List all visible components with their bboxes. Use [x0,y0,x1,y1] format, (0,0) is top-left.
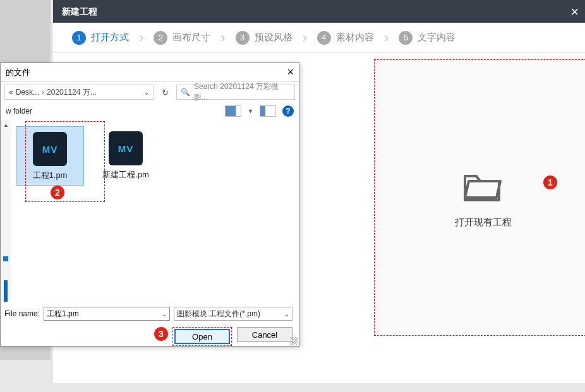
file-list[interactable]: MV 工程1.pm MV 新建工程.pm [11,120,299,302]
file-item-selected[interactable]: MV 工程1.pm [16,126,84,186]
annotation-callout-1: 1 [543,175,557,189]
wizard-title: 新建工程 [62,6,97,18]
file-name-label: 工程1.pm [33,170,68,181]
search-placeholder: Search 20201124 万彩微影... [194,81,291,103]
step-label: 打开方式 [91,32,129,44]
crumb-part: Desk... [16,88,39,97]
chevron-right-icon: › [42,88,44,97]
file-name-label: 新建工程.pm [102,169,149,181]
step-material[interactable]: 4 素材内容 [317,31,374,45]
step-label: 画布尺寸 [172,32,210,44]
filename-label: File name: [4,309,40,318]
preview-pane-button[interactable] [260,105,276,117]
chevron-right-icon: › [303,30,307,46]
resize-grip[interactable] [290,337,298,345]
help-icon[interactable]: ? [282,105,294,117]
open-existing-project-zone[interactable]: 打开现有工程 [374,59,585,336]
chevron-up-icon[interactable]: ▴ [4,121,8,128]
dialog-footer: File name: 工程1.pm ⌄ 图影模块 工程文件(*.pm) ⌄ Op… [1,302,299,350]
search-icon: 🔍 [181,88,190,97]
filetype-select[interactable]: 图影模块 工程文件(*.pm) ⌄ [174,307,292,321]
step-number: 5 [399,31,413,45]
crumb-part: 20201124 万... [47,87,97,98]
nav-marker [4,280,8,302]
folder-open-icon [461,167,505,204]
nav-pane[interactable]: ▴ [1,120,11,302]
filename-input[interactable]: 工程1.pm ⌄ [44,307,170,321]
dialog-title: 的文件 [6,67,30,78]
cancel-button[interactable]: Cancel [237,327,292,342]
step-number: 3 [236,31,250,45]
dialog-nav-row: « Desk... › 20201124 万... ⌄ ↻ 🔍 Search 2… [1,82,299,102]
filename-value: 工程1.pm [47,309,79,319]
refresh-button[interactable]: ↻ [157,85,172,100]
step-label: 素材内容 [336,32,374,44]
wizard-steps: 1 打开方式 › 2 画布尺寸 › 3 预设风格 › 4 素材内容 › 5 文字… [53,23,585,53]
chevron-right-icon: › [384,30,389,46]
close-icon[interactable]: × [570,4,579,20]
new-folder-button[interactable]: w folder [6,107,32,116]
annotation-frame: Open [172,327,232,346]
file-type-icon: MV [109,131,143,165]
chevron-down-icon[interactable]: ⌄ [162,311,167,318]
chevron-down-icon[interactable]: ⌄ [284,311,289,318]
file-open-dialog: 的文件 × « Desk... › 20201124 万... ⌄ ↻ 🔍 Se… [0,62,299,347]
open-button[interactable]: Open [174,329,230,344]
dialog-toolbar: w folder ▼ ? [1,102,299,120]
close-icon[interactable]: × [287,66,294,79]
search-input[interactable]: 🔍 Search 20201124 万彩微影... [176,85,295,100]
chevron-down-icon[interactable]: ⌄ [144,89,149,96]
crumb-prefix: « [9,88,13,97]
file-type-icon: MV [33,132,67,166]
wizard-titlebar: 新建工程 × [53,1,585,23]
file-item[interactable]: MV 新建工程.pm [92,126,160,184]
chevron-right-icon: › [220,30,225,46]
dialog-titlebar: 的文件 × [1,63,299,82]
annotation-callout-3: 3 [154,327,168,341]
drop-zone-label: 打开现有工程 [455,217,512,229]
nav-marker [3,256,8,261]
step-number: 2 [154,31,167,45]
step-label: 预设风格 [255,32,292,44]
annotation-callout-2: 2 [51,186,64,199]
step-preset-style[interactable]: 3 预设风格 [236,31,292,45]
step-open-method[interactable]: 1 打开方式 [72,31,129,45]
step-number: 4 [317,31,331,45]
step-label: 文字内容 [418,32,455,44]
view-mode-button[interactable] [225,105,241,117]
step-number: 1 [72,31,86,45]
step-text-content[interactable]: 5 文字内容 [399,31,455,45]
dialog-body: ▴ MV 工程1.pm MV 新建工程.pm [1,120,299,302]
breadcrumb[interactable]: « Desk... › 20201124 万... ⌄ [4,85,154,100]
chevron-right-icon: › [139,30,143,46]
filetype-value: 图影模块 工程文件(*.pm) [177,309,260,319]
dropdown-caret-icon[interactable]: ▼ [248,108,253,114]
step-canvas-size[interactable]: 2 画布尺寸 [154,31,210,45]
